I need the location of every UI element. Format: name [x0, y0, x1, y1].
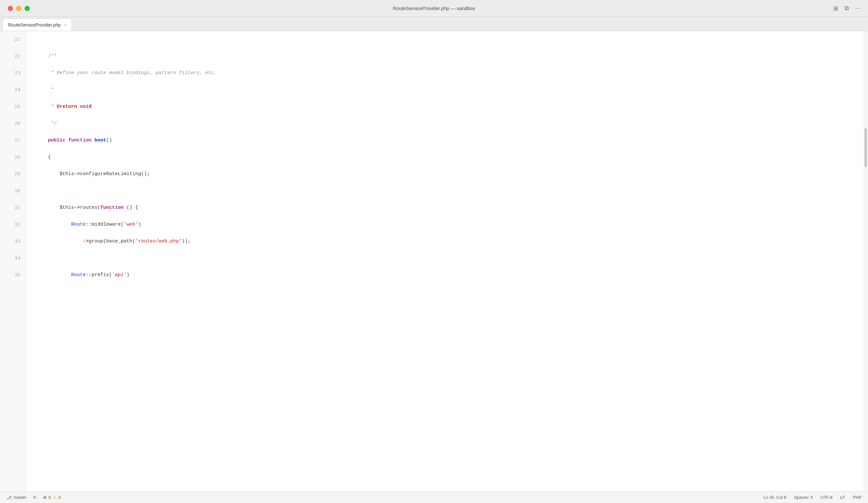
code-line-32: Route::middleware('web'): [26, 216, 864, 233]
line-num-33: 33: [0, 233, 25, 250]
tab-label: RouteServiceProvider.php: [8, 22, 61, 28]
line-num-28: 28: [0, 149, 25, 166]
layout-icon[interactable]: ⧉: [845, 5, 849, 12]
code-line-21: [26, 31, 864, 48]
line-num-27: 27: [0, 132, 25, 149]
token: ->: [74, 166, 80, 183]
token: Route: [71, 216, 86, 233]
error-status[interactable]: ⊗ 0 ⚠ 0: [43, 495, 61, 500]
token: 'routes/web.php': [135, 233, 182, 250]
line-ending: LF: [840, 495, 845, 500]
code-line-23: * Define your route model bindings, patt…: [26, 65, 864, 82]
token: $this: [36, 166, 74, 183]
code-line-27: public function boot(): [26, 132, 864, 149]
cursor-position: Ln 45, Col 8: [764, 495, 786, 500]
token: ::prefix(: [86, 267, 112, 284]
line-num-24: 24: [0, 82, 25, 99]
token: ->: [83, 233, 89, 250]
token: routes(: [80, 199, 100, 216]
token: void: [80, 99, 92, 115]
warning-icon: ⚠: [53, 495, 56, 500]
scrollbar-thumb[interactable]: [865, 128, 867, 167]
minimize-button[interactable]: [16, 6, 21, 11]
line-num-32: 32: [0, 216, 25, 233]
token: @return: [56, 99, 77, 115]
token: [77, 99, 80, 115]
token: *: [36, 82, 54, 99]
token: ): [126, 267, 130, 284]
traffic-lights: [8, 6, 30, 11]
line-num-30: 30: [0, 183, 25, 199]
line-num-25: 25: [0, 99, 25, 115]
error-icon: ⊗: [43, 495, 46, 500]
encoding: UTF-8: [820, 495, 833, 500]
code-line-34: [26, 250, 864, 267]
token: [92, 132, 94, 149]
token: [36, 233, 83, 250]
token: Route: [71, 267, 86, 284]
sync-status[interactable]: ↻: [33, 495, 37, 500]
token: ));: [182, 233, 190, 250]
more-icon[interactable]: ···: [855, 5, 860, 12]
code-line-31: $this->routes(function () {: [26, 199, 864, 216]
token: public: [48, 132, 65, 149]
code-line-26: */: [26, 115, 864, 132]
branch-status[interactable]: ⎇ master: [7, 495, 27, 500]
token: function: [100, 199, 124, 216]
spaces-setting: Spaces: 4: [794, 495, 813, 500]
error-count: 0: [49, 495, 51, 500]
maximize-button[interactable]: [24, 6, 30, 11]
token: [65, 132, 68, 149]
token: 'api': [112, 267, 126, 284]
status-bar: ⎇ master ↻ ⊗ 0 ⚠ 0 Ln 45, Col 8 Spaces: …: [0, 491, 868, 503]
branch-icon: ⎇: [7, 495, 12, 500]
line-num-21: 21: [0, 31, 25, 48]
line-num-31: 31: [0, 199, 25, 216]
code-line-22: /**: [26, 48, 864, 65]
window-title: RouteServiceProvider.php — sandbox: [393, 6, 475, 11]
tab-bar: RouteServiceProvider.php ×: [0, 17, 868, 31]
token: ->: [74, 199, 80, 216]
token: /**: [36, 48, 56, 65]
scrollbar[interactable]: [864, 31, 868, 491]
token: [36, 216, 71, 233]
token: ): [138, 216, 141, 233]
token: * Define your route model bindings, patt…: [36, 65, 217, 82]
token: function: [68, 132, 92, 149]
token: [36, 267, 71, 284]
view-icon[interactable]: ⊞: [833, 5, 838, 12]
branch-name: master: [13, 495, 27, 500]
token: configureRateLimiting();: [80, 166, 150, 183]
title-bar-actions: ⊞ ⧉ ···: [833, 5, 860, 12]
close-button[interactable]: [8, 6, 13, 11]
token: */: [36, 115, 56, 132]
code-line-28: {: [26, 149, 864, 166]
tab-close-icon[interactable]: ×: [64, 23, 66, 27]
token: boot: [94, 132, 106, 149]
code-area[interactable]: /** * Define your route model bindings, …: [26, 31, 864, 491]
code-line-24: *: [26, 82, 864, 99]
sync-icon: ↻: [33, 495, 37, 500]
line-num-26: 26: [0, 115, 25, 132]
editor-container: 21 22 23 24 25 26 27 28 29 30 31 32 33 3…: [0, 31, 868, 491]
code-line-33: ->group(base_path('routes/web.php'));: [26, 233, 864, 250]
token: $this: [36, 199, 74, 216]
line-num-22: 22: [0, 48, 25, 65]
status-left: ⎇ master ↻ ⊗ 0 ⚠ 0: [7, 495, 61, 500]
tab-routeserviceprovider[interactable]: RouteServiceProvider.php ×: [3, 19, 72, 31]
token: (): [106, 132, 112, 149]
token: group(base_path(: [89, 233, 135, 250]
line-num-34: 34: [0, 250, 25, 267]
token: [36, 132, 48, 149]
line-num-23: 23: [0, 65, 25, 82]
code-line-30: [26, 183, 864, 199]
line-num-29: 29: [0, 166, 25, 183]
code-line-35: Route::prefix('api'): [26, 267, 864, 284]
code-line-25: * @return void: [26, 99, 864, 115]
token: () {: [124, 199, 138, 216]
status-right: Ln 45, Col 8 Spaces: 4 UTF-8 LF PHP: [764, 495, 861, 500]
token: 'web': [124, 216, 138, 233]
token: *: [36, 99, 56, 115]
window: RouteServiceProvider.php — sandbox ⊞ ⧉ ·…: [0, 0, 868, 503]
token: {: [36, 149, 51, 166]
